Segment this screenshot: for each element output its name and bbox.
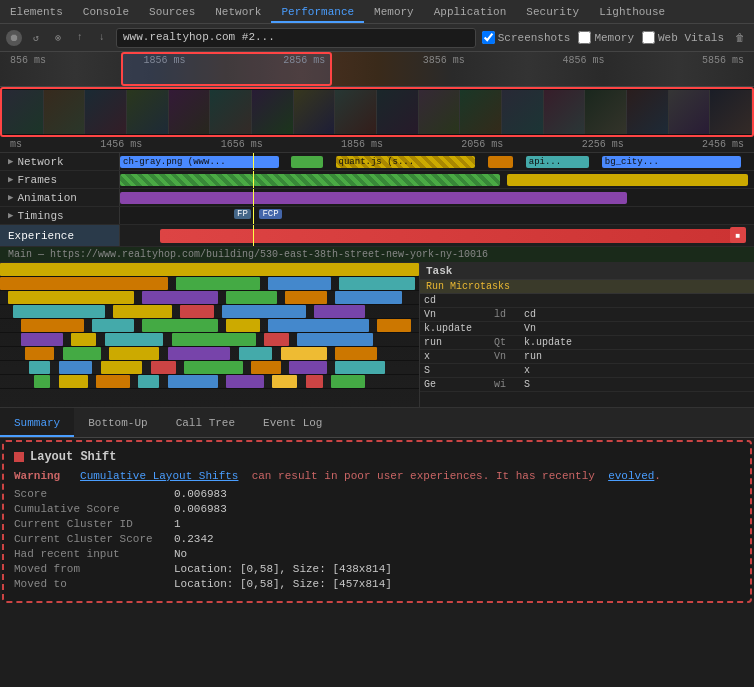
webvitals-toggle[interactable]: Web Vitals xyxy=(642,31,724,44)
screenshot-frame[interactable] xyxy=(85,90,127,134)
network-bar-5[interactable]: bg_city... xyxy=(602,156,741,168)
flame-block[interactable] xyxy=(138,375,159,388)
flame-block[interactable] xyxy=(251,361,280,374)
flame-block[interactable] xyxy=(151,361,176,374)
flame-block[interactable] xyxy=(239,347,273,360)
flame-block[interactable] xyxy=(335,291,402,304)
screenshot-frame[interactable] xyxy=(585,90,627,134)
nav-console[interactable]: Console xyxy=(73,0,139,23)
screenshots-toggle[interactable]: Screenshots xyxy=(482,31,571,44)
screenshot-frame[interactable] xyxy=(252,90,294,134)
flame-block[interactable] xyxy=(59,375,88,388)
screenshot-frame[interactable] xyxy=(169,90,211,134)
screenshot-frame[interactable] xyxy=(44,90,86,134)
tab-summary[interactable]: Summary xyxy=(0,408,74,437)
screenshot-frame[interactable] xyxy=(2,90,44,134)
screenshot-frame[interactable] xyxy=(710,90,752,134)
flame-block[interactable] xyxy=(21,333,63,346)
network-bar-2[interactable]: quant.js (s... xyxy=(336,156,475,168)
tab-event-log[interactable]: Event Log xyxy=(249,408,336,437)
flame-block[interactable] xyxy=(331,375,365,388)
task-row-microtasks[interactable]: Run Microtasks xyxy=(420,280,754,294)
flame-block[interactable] xyxy=(306,375,323,388)
stop-button[interactable]: ⊗ xyxy=(50,30,66,46)
nav-security[interactable]: Security xyxy=(516,0,589,23)
flame-block[interactable] xyxy=(297,333,372,346)
evolved-link[interactable]: evolved xyxy=(608,470,654,482)
flame-block[interactable] xyxy=(281,347,327,360)
flame-block[interactable] xyxy=(285,291,327,304)
flame-block[interactable] xyxy=(226,319,260,332)
flame-block[interactable] xyxy=(268,277,331,290)
nav-network[interactable]: Network xyxy=(205,0,271,23)
flame-block[interactable] xyxy=(0,277,168,290)
flame-block[interactable] xyxy=(142,319,217,332)
flame-block[interactable] xyxy=(335,361,385,374)
screenshot-frame[interactable] xyxy=(210,90,252,134)
timeline-selection-range[interactable] xyxy=(121,52,332,86)
flame-block[interactable] xyxy=(222,305,306,318)
expand-arrow-anim[interactable]: ▶ xyxy=(8,192,13,203)
screenshot-frame[interactable] xyxy=(669,90,711,134)
nav-memory[interactable]: Memory xyxy=(364,0,424,23)
flame-block[interactable] xyxy=(180,305,214,318)
expand-arrow[interactable]: ▶ xyxy=(8,156,13,167)
timeline-overview[interactable]: 856 ms 1856 ms 2856 ms 3856 ms 4856 ms 5… xyxy=(0,52,754,87)
flame-block[interactable] xyxy=(0,263,419,276)
screenshot-frame[interactable] xyxy=(294,90,336,134)
screenshot-frame[interactable] xyxy=(627,90,669,134)
flame-block[interactable] xyxy=(264,333,289,346)
download-button[interactable]: ↓ xyxy=(94,30,110,46)
screenshot-frame[interactable] xyxy=(127,90,169,134)
network-bar-1[interactable] xyxy=(291,156,323,168)
network-bar-0[interactable]: ch-gray.png (www... xyxy=(120,156,279,168)
flame-block[interactable] xyxy=(226,375,264,388)
flame-block[interactable] xyxy=(377,319,411,332)
frames-track[interactable]: ▶ Frames xyxy=(0,171,754,189)
cumulative-layout-shifts-link[interactable]: Cumulative Layout Shifts xyxy=(80,470,238,482)
upload-button[interactable]: ↑ xyxy=(72,30,88,46)
flame-block[interactable] xyxy=(34,375,51,388)
flame-block[interactable] xyxy=(59,361,93,374)
flame-block[interactable] xyxy=(142,291,217,304)
animation-track[interactable]: ▶ Animation xyxy=(0,189,754,207)
flame-block[interactable] xyxy=(101,361,143,374)
flame-block[interactable] xyxy=(113,305,172,318)
frames-label[interactable]: ▶ Frames xyxy=(0,171,120,188)
screenshot-frame[interactable] xyxy=(544,90,586,134)
flame-block[interactable] xyxy=(105,333,164,346)
nav-application[interactable]: Application xyxy=(424,0,517,23)
flame-block[interactable] xyxy=(71,333,96,346)
expand-arrow-timings[interactable]: ▶ xyxy=(8,210,13,221)
timings-label[interactable]: ▶ Timings xyxy=(0,207,120,224)
reload-button[interactable]: ↺ xyxy=(28,30,44,46)
flame-block[interactable] xyxy=(29,361,50,374)
flame-block[interactable] xyxy=(268,319,369,332)
nav-lighthouse[interactable]: Lighthouse xyxy=(589,0,675,23)
screenshot-frame[interactable] xyxy=(335,90,377,134)
flame-block[interactable] xyxy=(335,347,377,360)
flame-block[interactable] xyxy=(314,305,364,318)
expand-arrow-frames[interactable]: ▶ xyxy=(8,174,13,185)
network-track[interactable]: ▶ Network ch-gray.png (www... quant.js (… xyxy=(0,153,754,171)
flame-block[interactable] xyxy=(21,319,84,332)
flame-block[interactable] xyxy=(176,277,260,290)
network-label[interactable]: ▶ Network xyxy=(0,153,120,170)
flame-block[interactable] xyxy=(226,291,276,304)
nav-sources[interactable]: Sources xyxy=(139,0,205,23)
screenshot-frame[interactable] xyxy=(502,90,544,134)
nav-elements[interactable]: Elements xyxy=(0,0,73,23)
flame-block[interactable] xyxy=(184,361,243,374)
flame-chart-left[interactable] xyxy=(0,263,420,407)
experience-track[interactable]: Experience ■ xyxy=(0,225,754,247)
network-bar-4[interactable]: api... xyxy=(526,156,589,168)
clear-button[interactable]: 🗑 xyxy=(732,30,748,46)
nav-performance[interactable]: Performance xyxy=(271,0,364,23)
flame-block[interactable] xyxy=(109,347,159,360)
flame-block[interactable] xyxy=(92,319,134,332)
network-bar-3[interactable] xyxy=(488,156,513,168)
tab-bottom-up[interactable]: Bottom-Up xyxy=(74,408,161,437)
flame-block[interactable] xyxy=(25,347,54,360)
animation-label[interactable]: ▶ Animation xyxy=(0,189,120,206)
memory-toggle[interactable]: Memory xyxy=(578,31,634,44)
